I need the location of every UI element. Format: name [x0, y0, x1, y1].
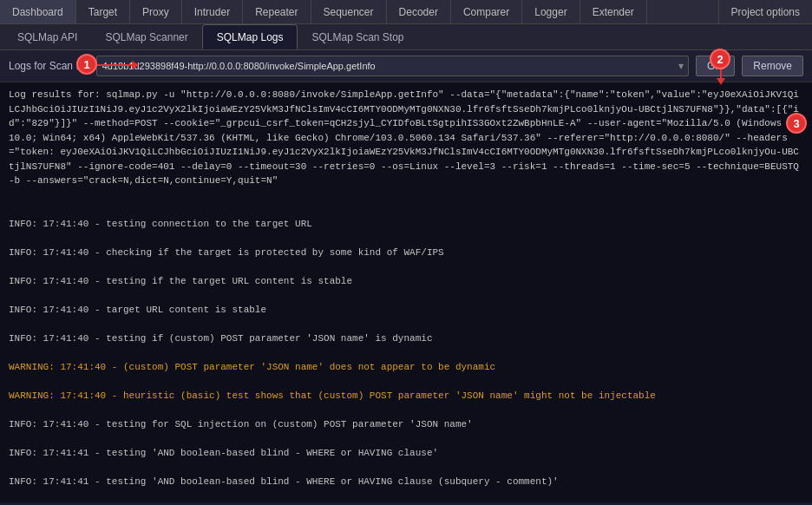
nav-extender[interactable]: Extender: [580, 0, 647, 23]
nav-logger[interactable]: Logger: [522, 0, 580, 23]
remove-button[interactable]: Remove: [742, 56, 803, 76]
nav-target[interactable]: Target: [76, 0, 130, 23]
log-line: INFO: 17:41:40 - testing if the target U…: [9, 274, 803, 289]
nav-project-options[interactable]: Project options: [718, 0, 812, 23]
log-line: WARNING: 17:41:40 - (custom) POST parame…: [9, 360, 803, 375]
log-line: WARNING: 17:41:40 - heuristic (basic) te…: [9, 389, 803, 403]
toolbar: Logs for Scan ID: 4d10b1d293898f49-http:…: [0, 50, 812, 82]
log-command: Log results for: sqlmap.py -u "http://0.…: [9, 88, 803, 188]
log-line: INFO: 17:41:41 - testing 'AND boolean-ba…: [9, 446, 803, 461]
tab-sqlmap-api[interactable]: SQLMap API: [3, 24, 91, 49]
logs-for-label: Logs for Scan ID:: [9, 60, 89, 72]
nav-comparer[interactable]: Comparer: [451, 0, 522, 23]
tab-sqlmap-scanner[interactable]: SQLMap Scanner: [91, 24, 201, 49]
tab-sqlmap-logs[interactable]: SQLMap Logs: [202, 24, 298, 49]
log-line: INFO: 17:41:40 - testing if (custom) POS…: [9, 331, 803, 346]
log-line: INFO: 17:41:40 - testing connection to t…: [9, 217, 803, 232]
nav-intruder[interactable]: Intruder: [182, 0, 243, 23]
scan-id-select-wrapper: 4d10b1d293898f49-http://0.0.0.0:8080/inv…: [96, 56, 689, 76]
log-line: INFO: 17:41:40 - checking if the target …: [9, 246, 803, 260]
log-area[interactable]: Log results for: sqlmap.py -u "http://0.…: [0, 82, 812, 502]
nav-sequencer[interactable]: Sequencer: [311, 0, 387, 23]
nav-repeater[interactable]: Repeater: [243, 0, 311, 23]
nav-dashboard[interactable]: Dashboard: [0, 0, 76, 23]
log-line: INFO: 17:41:40 - target URL content is s…: [9, 303, 803, 318]
scan-id-select[interactable]: 4d10b1d293898f49-http://0.0.0.0:8080/inv…: [96, 56, 689, 76]
log-line: INFO: 17:41:40 - testing for SQL injecti…: [9, 417, 803, 432]
nav-proxy[interactable]: Proxy: [130, 0, 182, 23]
go-button[interactable]: G...: [696, 56, 735, 76]
tab-sqlmap-scan-stop[interactable]: SQLMap Scan Stop: [298, 24, 417, 49]
top-nav: Dashboard Target Proxy Intruder Repeater…: [0, 0, 812, 24]
second-nav: SQLMap API SQLMap Scanner SQLMap Logs SQ…: [0, 24, 812, 50]
nav-decoder[interactable]: Decoder: [387, 0, 451, 23]
log-line: INFO: 17:41:41 - testing 'AND boolean-ba…: [9, 475, 803, 489]
